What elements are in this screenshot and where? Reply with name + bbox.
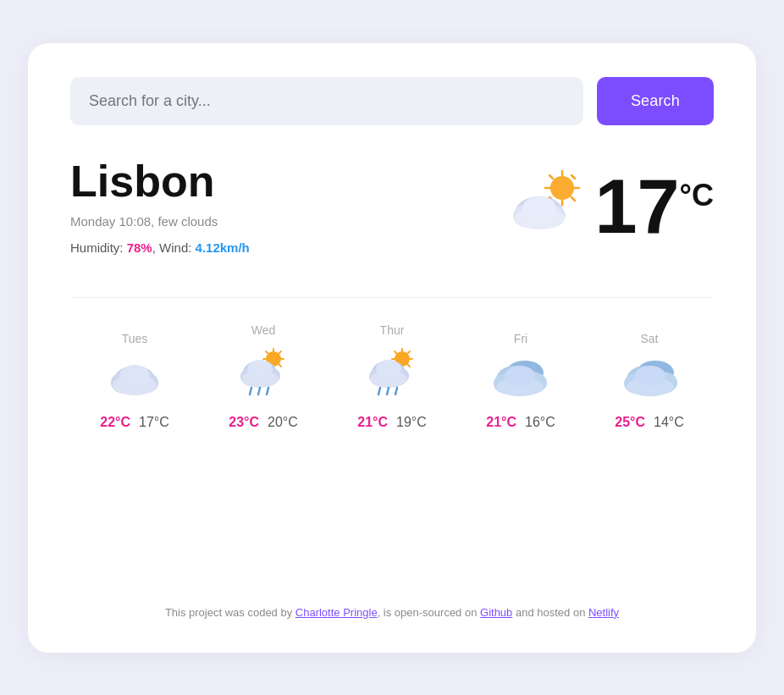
weather-description: Monday 10:08, few clouds — [70, 212, 250, 232]
search-button[interactable]: Search — [597, 77, 714, 125]
forecast-row: Tues 22°C 17°C Wed — [70, 297, 714, 430]
current-temp-display: 17°C — [510, 168, 714, 245]
svg-line-50 — [378, 388, 380, 394]
forecast-temps-fri: 21°C 16°C — [486, 415, 555, 430]
search-row: Lisbon Search — [70, 77, 714, 125]
svg-line-7 — [571, 175, 575, 179]
wind-value: 4.12km/h — [196, 240, 250, 255]
svg-line-42 — [407, 364, 410, 367]
day-label: Sat — [640, 332, 658, 345]
temp-high: 21°C — [357, 415, 388, 430]
forecast-icon-tues — [109, 356, 160, 405]
temperature-display: 17°C — [594, 168, 714, 245]
svg-line-51 — [387, 388, 389, 394]
temp-low: 19°C — [396, 415, 427, 430]
temp-low: 20°C — [268, 415, 298, 430]
svg-point-58 — [505, 366, 535, 386]
forecast-temps-sat: 25°C 14°C — [615, 415, 684, 430]
footer: This project was coded by Charlotte Prin… — [70, 598, 714, 619]
svg-line-27 — [279, 351, 281, 354]
forecast-temps-thur: 21°C 19°C — [357, 415, 427, 430]
footer-author-link[interactable]: Charlotte Pringle — [295, 606, 378, 619]
svg-line-24 — [266, 351, 268, 354]
forecast-day-thur: Thur — [328, 323, 456, 430]
svg-point-13 — [522, 196, 556, 220]
svg-point-18 — [119, 365, 150, 387]
search-input[interactable]: Lisbon — [70, 77, 583, 125]
day-label: Tues — [122, 332, 148, 345]
temp-high: 23°C — [229, 415, 259, 430]
weather-card: Lisbon Search Lisbon Monday 10:08, few c… — [28, 43, 756, 653]
city-name: Lisbon — [70, 159, 250, 203]
footer-text-end: and hosted on — [512, 606, 588, 619]
temperature-unit: °C — [680, 180, 714, 211]
humidity-value: 78% — [127, 240, 152, 255]
forecast-day-fri: Fri 21°C 16°C — [456, 332, 585, 430]
current-weather-icon — [510, 169, 586, 244]
temperature-value: 17 — [594, 168, 679, 245]
footer-netlify-link[interactable]: Netlify — [588, 606, 619, 619]
temp-high: 21°C — [486, 415, 516, 430]
svg-point-0 — [550, 176, 574, 200]
forecast-icon-fri — [491, 356, 550, 405]
svg-point-64 — [635, 366, 665, 386]
forecast-icon-sat — [620, 356, 679, 405]
temp-low: 14°C — [654, 415, 684, 430]
humidity-label: Humidity: — [70, 240, 127, 255]
forecast-temps-tues: 22°C 17°C — [100, 415, 169, 430]
temp-low: 16°C — [525, 415, 555, 430]
weather-detail: Humidity: 78%, Wind: 4.12km/h — [70, 240, 250, 255]
svg-line-5 — [549, 175, 553, 179]
forecast-temps-wed: 23°C 20°C — [229, 415, 298, 430]
temp-low: 17°C — [139, 415, 169, 430]
temp-high: 25°C — [615, 415, 645, 430]
forecast-day-wed: Wed — [199, 323, 328, 430]
svg-line-41 — [395, 351, 397, 354]
footer-github-link[interactable]: Github — [480, 606, 512, 619]
svg-line-33 — [250, 388, 251, 394]
svg-line-6 — [571, 197, 575, 201]
wind-label: , Wind: — [152, 240, 196, 255]
svg-line-25 — [279, 364, 281, 367]
svg-point-32 — [247, 360, 273, 378]
forecast-day-sat: Sat 25°C 14°C — [585, 332, 714, 430]
day-label: Fri — [514, 332, 527, 345]
svg-line-35 — [267, 388, 268, 394]
day-label: Wed — [251, 323, 276, 337]
forecast-icon-wed — [238, 347, 289, 405]
svg-line-34 — [258, 388, 260, 394]
day-label: Thur — [380, 323, 405, 337]
svg-line-44 — [407, 351, 410, 354]
current-weather: Lisbon Monday 10:08, few clouds Humidity… — [70, 159, 714, 255]
footer-text-before: This project was coded by — [165, 606, 295, 619]
footer-text-middle: , is open-sourced on — [378, 606, 480, 619]
forecast-day-tues: Tues 22°C 17°C — [70, 332, 199, 430]
city-info: Lisbon Monday 10:08, few clouds Humidity… — [70, 159, 250, 255]
svg-line-52 — [395, 388, 397, 394]
forecast-icon-thur — [367, 347, 417, 405]
temp-high: 22°C — [100, 415, 130, 430]
svg-point-49 — [376, 360, 401, 378]
